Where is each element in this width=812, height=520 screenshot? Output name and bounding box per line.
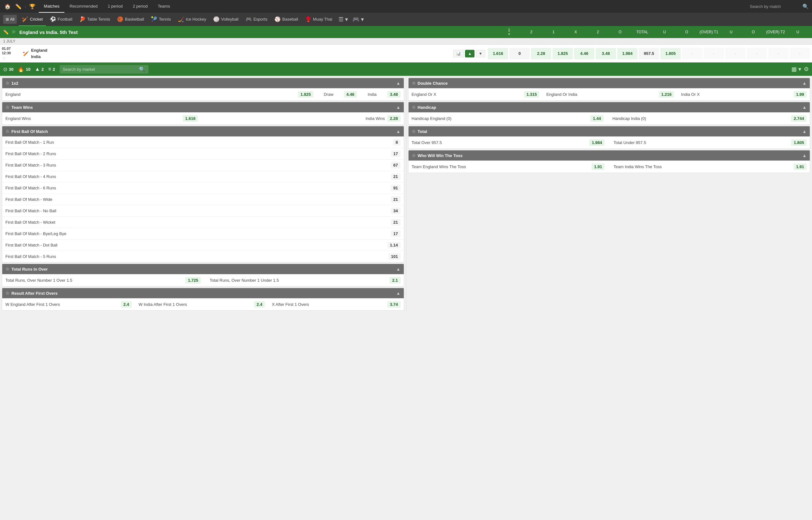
search-input[interactable] xyxy=(750,4,801,9)
fb-odd-7[interactable]: 21 xyxy=(391,219,400,226)
fb-odd-3[interactable]: 21 xyxy=(391,173,400,180)
all-sports-button[interactable]: ⊞ All xyxy=(3,15,17,24)
odd-eng-toss[interactable]: 1.91 xyxy=(592,163,604,170)
star-team-wins[interactable]: ☆ xyxy=(5,105,9,110)
odd-ind-or-x[interactable]: 1.99 xyxy=(793,91,807,98)
star-result[interactable]: ☆ xyxy=(5,291,9,296)
odd-x-after[interactable]: 3.74 xyxy=(387,301,400,308)
market-1x2-title: 1x2 xyxy=(11,81,19,86)
odd-3[interactable]: 1.825 xyxy=(552,48,573,59)
tab-matches[interactable]: Matches xyxy=(39,0,64,13)
chevron-team-wins[interactable]: ▲ xyxy=(396,105,401,110)
sport-muay-thai[interactable]: 🥊 Muay Thai xyxy=(302,13,335,26)
label-handicap-eng: Handicap England (0) xyxy=(412,116,588,121)
label-total-over: Total Runs, Over Number 1 Over 1.5 xyxy=(5,278,183,283)
tab-1period[interactable]: 1 period xyxy=(103,0,128,13)
up-button[interactable]: ▲ xyxy=(465,50,475,57)
sport-menu-icon[interactable]: ☰ ▾ xyxy=(337,16,349,23)
search-icon[interactable]: 🔍 xyxy=(803,3,809,9)
fb-odd-8[interactable]: 17 xyxy=(391,230,400,237)
stats-button[interactable]: 📊 xyxy=(453,50,464,57)
star-first-ball[interactable]: ☆ xyxy=(5,129,9,134)
odd-ind-toss[interactable]: 1.91 xyxy=(793,163,807,170)
odd-handicap-eng[interactable]: 1.44 xyxy=(590,115,603,122)
odd-4[interactable]: 4.46 xyxy=(574,48,594,59)
chevron-total-runs[interactable]: ▲ xyxy=(396,266,401,271)
sport-table-tennis[interactable]: 🏓 Table Tennis xyxy=(76,13,113,26)
fb-odd-5[interactable]: 21 xyxy=(391,196,400,203)
sport-gamepad-icon[interactable]: 🎮 ▾ xyxy=(351,16,365,23)
odd-0[interactable]: 1.616 xyxy=(488,48,508,59)
chevron-double-chance[interactable]: ▲ xyxy=(802,81,807,86)
sport-tennis[interactable]: 🎾 Tennis xyxy=(148,13,174,26)
odd-6[interactable]: 1.984 xyxy=(617,48,638,59)
home-icon[interactable]: 🏠 xyxy=(3,3,12,9)
sport-baseball[interactable]: ⚾ Baseball xyxy=(271,13,301,26)
down-button[interactable]: ▼ xyxy=(476,50,485,57)
star-double-chance[interactable]: ☆ xyxy=(412,81,416,86)
fb-odd-4[interactable]: 91 xyxy=(391,185,400,191)
muay-thai-icon: 🥊 xyxy=(305,16,312,22)
star-1x2[interactable]: ☆ xyxy=(5,81,9,86)
tab-teams[interactable]: Teams xyxy=(153,0,175,13)
chevron-handicap[interactable]: ▲ xyxy=(802,105,807,110)
odd-7[interactable]: 957.5 xyxy=(639,48,659,59)
chevron-first-ball[interactable]: ▲ xyxy=(396,129,401,134)
chevron-total[interactable]: ▲ xyxy=(802,129,807,134)
odd-total-under[interactable]: 2.1 xyxy=(389,277,400,284)
chevron-1x2[interactable]: ▲ xyxy=(396,81,401,86)
star-toss[interactable]: ☆ xyxy=(412,153,416,158)
favorite-star[interactable]: ☆ xyxy=(2,55,6,60)
odd-india[interactable]: 3.48 xyxy=(387,91,400,98)
market-total-header: ☆ Total ▲ xyxy=(409,126,810,136)
sport-cricket-label: Cricket xyxy=(30,17,43,22)
odd-england-wins[interactable]: 1.616 xyxy=(183,115,198,122)
odd-1[interactable]: 0 xyxy=(509,48,530,59)
fb-odd-9[interactable]: 1.14 xyxy=(387,242,400,249)
fb-odd-6[interactable]: 34 xyxy=(391,207,400,214)
date-row: 1 JULY xyxy=(0,38,812,45)
layout-icon[interactable]: ▦ ▾ xyxy=(791,66,801,73)
odd-eng-or-ind[interactable]: 1.216 xyxy=(659,91,674,98)
fb-odd-10[interactable]: 101 xyxy=(388,253,401,260)
market-search-input[interactable] xyxy=(63,67,137,72)
odd-total-over[interactable]: 1.725 xyxy=(185,277,201,284)
edit-icon[interactable]: ✏️ xyxy=(3,29,8,34)
sport-cricket[interactable]: 🏏 Cricket xyxy=(19,13,46,26)
odd-eng-or-x[interactable]: 1.315 xyxy=(524,91,540,98)
odd-w-india[interactable]: 2.4 xyxy=(254,301,265,308)
market-1x2: ☆ 1x2 ▲ England 1.825 Draw 4.46 India 3.… xyxy=(2,78,404,101)
top-nav: 🏠 ✏️ › 🏆 Matches Recommended 1 period 2 … xyxy=(0,0,812,13)
chevron-toss[interactable]: ▲ xyxy=(802,153,807,158)
market-search-icon[interactable]: 🔍 xyxy=(139,66,145,72)
odd-india-wins[interactable]: 2.28 xyxy=(387,115,400,122)
odd-total-over-957[interactable]: 1.984 xyxy=(589,139,605,146)
odd-w-england[interactable]: 2.4 xyxy=(121,301,132,308)
odd-8[interactable]: 1.805 xyxy=(660,48,681,59)
odd-5[interactable]: 3.48 xyxy=(596,48,616,59)
star-total[interactable]: ☆ xyxy=(412,129,416,134)
odd-handicap-ind[interactable]: 2.744 xyxy=(791,115,807,122)
sport-volleyball[interactable]: 🏐 Volleyball xyxy=(210,13,242,26)
fb-odd-1[interactable]: 17 xyxy=(391,150,400,157)
settings-icon[interactable]: ⚙ xyxy=(804,66,809,73)
tab-2period[interactable]: 2 period xyxy=(128,0,153,13)
star-total-runs[interactable]: ☆ xyxy=(5,266,9,271)
sport-ice-hockey[interactable]: 🏒 Ice Hockey xyxy=(175,13,209,26)
trophy-icon[interactable]: 🏆 xyxy=(28,3,37,9)
fb-odd-2[interactable]: 67 xyxy=(391,162,400,168)
chevron-result[interactable]: ▲ xyxy=(396,291,401,296)
tab-recommended[interactable]: Recommended xyxy=(64,0,103,13)
col-o2: O xyxy=(676,30,698,34)
fb-odd-0[interactable]: 8 xyxy=(393,139,400,146)
pen-icon[interactable]: ✏️ xyxy=(14,3,23,9)
odd-2[interactable]: 2.28 xyxy=(531,48,551,59)
odd-dash-3: - xyxy=(725,48,746,59)
sport-esports[interactable]: 🎮 Esports xyxy=(242,13,271,26)
odd-england[interactable]: 1.825 xyxy=(298,91,314,98)
odd-total-under-957[interactable]: 1.805 xyxy=(791,139,807,146)
star-handicap[interactable]: ☆ xyxy=(412,105,416,110)
odd-draw[interactable]: 4.46 xyxy=(344,91,357,98)
sport-basketball[interactable]: 🏀 Basketball xyxy=(114,13,147,26)
sport-football[interactable]: ⚽ Football xyxy=(47,13,76,26)
